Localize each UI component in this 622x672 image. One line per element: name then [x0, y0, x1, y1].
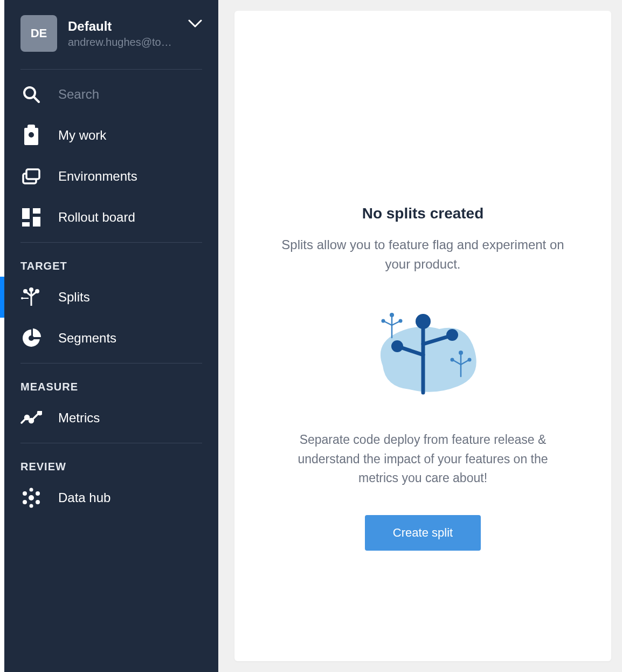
- nav-environments-label: Environments: [58, 169, 137, 184]
- datahub-icon: [20, 487, 42, 509]
- sidebar-edge: [0, 0, 4, 672]
- nav-search-label: Search: [58, 87, 99, 102]
- svg-point-34: [390, 313, 394, 317]
- svg-point-40: [459, 351, 463, 355]
- clipboard-user-icon: [20, 125, 42, 146]
- divider: [20, 242, 202, 243]
- nav-datahub[interactable]: Data hub: [4, 477, 218, 518]
- sidebar: DE Default andrew.hughes@to… Search My: [4, 0, 218, 672]
- svg-point-8: [23, 289, 27, 293]
- metrics-icon: [20, 407, 42, 429]
- divider: [20, 69, 202, 70]
- split-illustration: [353, 296, 493, 403]
- svg-point-35: [381, 319, 385, 323]
- nav-metrics-label: Metrics: [58, 410, 100, 426]
- create-split-button[interactable]: Create split: [365, 515, 481, 551]
- empty-description: Separate code deploy from feature releas…: [278, 430, 569, 488]
- nav-mywork[interactable]: My work: [4, 115, 218, 156]
- split-icon: [20, 286, 42, 308]
- svg-point-19: [23, 491, 27, 496]
- svg-point-21: [23, 500, 27, 504]
- section-measure-header: MEASURE: [4, 368, 218, 397]
- main-content: No splits created Splits allow you to fe…: [218, 0, 622, 672]
- svg-rect-3: [26, 169, 39, 179]
- nav-environments[interactable]: Environments: [4, 156, 218, 197]
- svg-point-42: [467, 358, 471, 362]
- svg-rect-13: [31, 328, 33, 338]
- nav-splits[interactable]: Splits: [4, 277, 218, 318]
- empty-state: No splits created Splits allow you to fe…: [278, 205, 569, 551]
- workspace-info: Default andrew.hughes@to…: [68, 19, 202, 49]
- svg-line-32: [384, 321, 392, 325]
- svg-point-17: [38, 411, 42, 415]
- svg-rect-7: [33, 217, 40, 227]
- svg-line-1: [34, 97, 39, 102]
- svg-point-30: [446, 329, 458, 341]
- workspace-selector[interactable]: DE Default andrew.hughes@to…: [4, 0, 218, 65]
- nav-segments-label: Segments: [58, 331, 116, 346]
- workspace-email: andrew.hughes@to…: [68, 36, 202, 49]
- workspace-badge: DE: [20, 15, 57, 52]
- empty-subtitle: Splits allow you to feature flag and exp…: [278, 235, 569, 274]
- svg-rect-6: [22, 222, 30, 227]
- layers-icon: [20, 166, 42, 187]
- nav-segments[interactable]: Segments: [4, 318, 218, 359]
- empty-title: No splits created: [362, 205, 484, 222]
- svg-rect-5: [33, 208, 40, 214]
- nav-metrics[interactable]: Metrics: [4, 397, 218, 438]
- svg-point-36: [398, 319, 402, 323]
- nav-mywork-label: My work: [58, 128, 106, 143]
- svg-point-20: [36, 491, 40, 496]
- section-review-header: REVIEW: [4, 448, 218, 477]
- svg-point-10: [35, 289, 39, 293]
- grid-icon: [20, 207, 42, 228]
- content-card: No splits created Splits allow you to fe…: [234, 11, 611, 661]
- svg-point-16: [30, 419, 33, 423]
- nav-rollout-label: Rollout board: [58, 210, 135, 225]
- nav-datahub-label: Data hub: [58, 490, 110, 505]
- svg-line-33: [392, 321, 399, 325]
- chevron-down-icon: [188, 19, 202, 28]
- nav-rollout[interactable]: Rollout board: [4, 197, 218, 238]
- svg-point-15: [25, 416, 29, 420]
- svg-point-41: [450, 358, 454, 362]
- svg-point-24: [30, 504, 33, 508]
- nav-splits-label: Splits: [58, 290, 90, 305]
- section-target-header: TARGET: [4, 247, 218, 277]
- divider: [20, 363, 202, 364]
- svg-point-18: [29, 495, 34, 500]
- svg-point-28: [416, 314, 431, 329]
- svg-rect-14: [31, 338, 41, 339]
- svg-point-23: [30, 488, 33, 492]
- svg-point-29: [391, 340, 403, 352]
- workspace-name: Default: [68, 19, 202, 34]
- pie-icon: [20, 327, 42, 349]
- nav-search[interactable]: Search: [4, 74, 218, 115]
- svg-point-22: [36, 500, 40, 504]
- svg-rect-4: [22, 208, 30, 219]
- search-icon: [20, 84, 42, 105]
- divider: [20, 443, 202, 443]
